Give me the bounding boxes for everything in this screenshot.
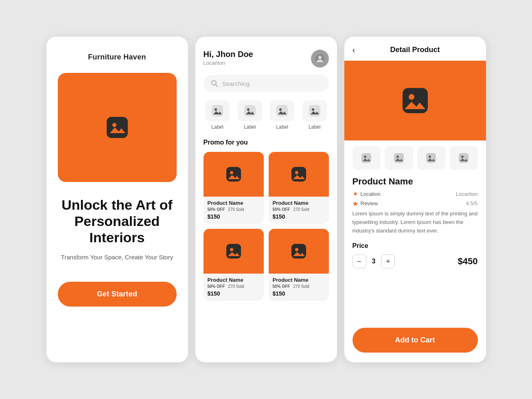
svg-rect-24 — [361, 153, 371, 163]
user-avatar[interactable] — [311, 50, 329, 68]
detail-location-row: Location Locartion — [352, 191, 478, 197]
product-info-0: Product Name 50% OFF 270 Sold $150 — [204, 197, 264, 224]
svg-rect-18 — [226, 244, 241, 259]
thumbnail-1[interactable] — [385, 146, 413, 170]
thumb-icon-2 — [426, 153, 436, 163]
category-item-1[interactable]: Label — [236, 100, 264, 130]
quantity-value: 3 — [372, 258, 376, 265]
product-meta-2: 50% OFF 270 Sold — [208, 284, 260, 289]
image-placeholder-icon — [107, 117, 128, 138]
search-bar[interactable]: Searching — [204, 75, 329, 92]
svg-point-29 — [429, 156, 431, 158]
splash-hero-image — [58, 73, 177, 182]
detail-header: ‹ Detail Product — [344, 37, 486, 61]
svg-marker-33 — [352, 201, 358, 206]
product-img-icon-3 — [291, 244, 306, 259]
product-meta-0: 50% OFF 270 Sold — [208, 207, 260, 212]
svg-rect-20 — [291, 244, 306, 259]
detail-price-label: Price — [352, 242, 478, 250]
product-card-1[interactable]: Product Name 50% OFF 270 Sold $150 — [269, 152, 329, 224]
product-img-icon-2 — [226, 244, 241, 259]
product-meta-1: 50% OFF 270 Sold — [273, 207, 325, 212]
product-img-icon-1 — [291, 167, 306, 182]
product-image-0 — [204, 152, 264, 197]
product-meta-3: 50% OFF 270 Sold — [273, 284, 325, 289]
product-sold-2: 270 Sold — [228, 284, 244, 289]
star-icon — [352, 201, 358, 206]
product-img-icon-0 — [226, 167, 241, 182]
qty-plus-button[interactable]: + — [381, 254, 395, 268]
app-title: Furniture Haven — [88, 53, 146, 61]
detail-body: Product Name Location Locartion Review — [344, 176, 486, 328]
thumb-icon-0 — [361, 153, 371, 163]
thumb-icon-1 — [394, 153, 404, 163]
svg-point-1 — [112, 123, 116, 127]
product-off-1: 50% OFF — [273, 207, 290, 212]
detail-page-title: Detail Product — [390, 46, 440, 54]
detail-product-name: Product Name — [352, 176, 478, 187]
category-icon-box-3 — [302, 100, 327, 121]
category-label-3: Label — [309, 124, 320, 130]
svg-rect-14 — [226, 167, 241, 182]
svg-point-31 — [461, 156, 464, 158]
product-info-2: Product Name 50% OFF 270 Sold $150 — [204, 274, 264, 301]
product-card-0[interactable]: Product Name 50% OFF 270 Sold $150 — [204, 152, 264, 224]
greeting-block: Hi, Jhon Doe Locartion — [204, 50, 253, 66]
svg-rect-12 — [309, 105, 320, 116]
thumbnail-2[interactable] — [417, 146, 446, 170]
svg-point-19 — [230, 248, 233, 251]
detail-location-value: Locartion — [456, 191, 477, 197]
product-off-3: 50% OFF — [273, 284, 290, 289]
detail-main-img-icon — [403, 88, 428, 113]
add-to-cart-button[interactable]: Add to Cart — [352, 328, 478, 353]
product-image-2 — [204, 229, 264, 274]
svg-rect-16 — [291, 167, 306, 182]
category-icon-2 — [276, 105, 288, 116]
product-sold-3: 270 Sold — [293, 284, 309, 289]
svg-point-23 — [409, 94, 414, 100]
svg-point-21 — [295, 248, 298, 251]
svg-rect-8 — [244, 105, 256, 116]
detail-review-row: Review 4.5/5 — [352, 200, 478, 206]
category-icon-box-2 — [270, 100, 294, 121]
product-card-3[interactable]: Product Name 50% OFF 270 Sold $150 — [269, 229, 329, 301]
get-started-button[interactable]: Get Started — [58, 282, 177, 307]
category-item-2[interactable]: Label — [268, 100, 297, 130]
home-header: Hi, Jhon Doe Locartion — [204, 50, 329, 68]
svg-rect-10 — [276, 105, 288, 116]
product-sold-0: 270 Sold — [228, 207, 244, 212]
product-off-0: 50% OFF — [208, 207, 225, 212]
product-card-2[interactable]: Product Name 50% OFF 270 Sold $150 — [204, 229, 264, 301]
category-label-0: Label — [212, 124, 223, 130]
svg-rect-22 — [403, 88, 428, 113]
splash-headline: Unlock the Art of Personalized Interiors — [58, 197, 177, 246]
category-row: Label Label — [204, 100, 329, 130]
svg-point-17 — [295, 171, 298, 174]
splash-subtitle: Transform Your Space, Create Your Story — [61, 253, 173, 262]
qty-minus-button[interactable]: − — [352, 254, 366, 268]
promo-section-title: Promo for you — [204, 139, 329, 146]
product-sold-1: 270 Sold — [293, 207, 309, 212]
category-icon-0 — [212, 105, 223, 116]
svg-point-27 — [396, 156, 399, 158]
category-label-2: Label — [276, 124, 288, 130]
detail-review-value: 4.5/5 — [466, 200, 478, 206]
svg-rect-0 — [107, 117, 128, 138]
category-item-3[interactable]: Label — [300, 100, 329, 130]
product-name-1: Product Name — [273, 200, 325, 206]
product-image-1 — [269, 152, 329, 197]
svg-rect-26 — [394, 153, 404, 163]
thumbnail-0[interactable] — [352, 146, 381, 170]
svg-point-3 — [318, 56, 322, 59]
product-price-3: $150 — [273, 290, 325, 297]
category-item-0[interactable]: Label — [204, 100, 232, 130]
product-price-2: $150 — [208, 290, 260, 297]
product-price-0: $150 — [208, 213, 260, 220]
category-label-1: Label — [244, 124, 256, 130]
product-image-3 — [269, 229, 329, 274]
product-off-2: 50% OFF — [208, 284, 225, 289]
svg-point-13 — [312, 108, 314, 111]
thumbnail-3[interactable] — [449, 146, 478, 170]
detail-total-price: $450 — [458, 256, 478, 267]
back-button[interactable]: ‹ — [352, 45, 355, 55]
